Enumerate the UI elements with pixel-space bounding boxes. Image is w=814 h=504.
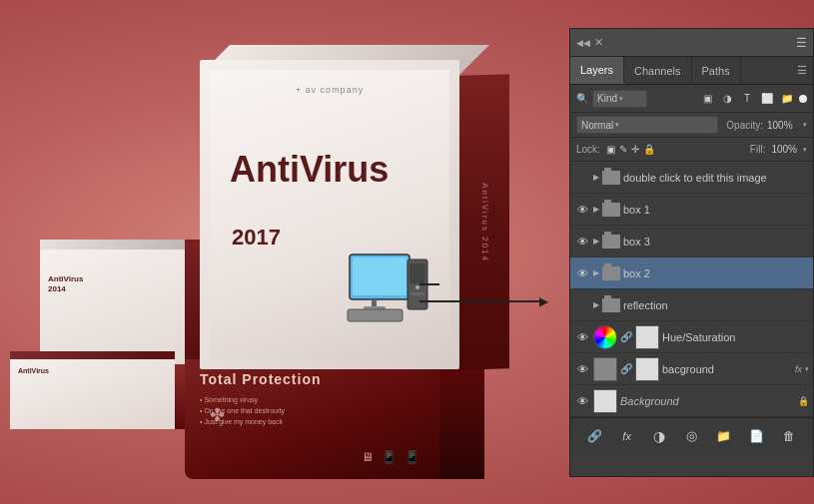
visibility-toggle[interactable]: 👁 <box>574 202 590 218</box>
adjust-filter-btn[interactable]: ◑ <box>719 91 735 107</box>
svg-point-6 <box>415 285 419 289</box>
reflection-arrow: ▶ <box>419 294 548 308</box>
tab-layers[interactable]: Layers <box>570 57 624 84</box>
main-box: + av company AntiVirus 2017 <box>200 60 509 369</box>
box-front-face: + av company AntiVirus 2017 <box>200 60 459 369</box>
svg-rect-1 <box>353 257 407 295</box>
layer-name-background: Background <box>620 395 795 407</box>
total-protection-box: Total Protection • Something virusy • On… <box>185 359 484 479</box>
lock-all-btn[interactable]: 🔒 <box>643 144 655 155</box>
phone-icon: 📱 <box>405 450 419 464</box>
expand-icon[interactable]: ▶ <box>593 173 599 182</box>
layer-row[interactable]: 👁 🔗 Hue/Saturation <box>570 321 813 353</box>
layer-row[interactable]: 👁 ▶ box 3 <box>570 226 813 257</box>
hue-saturation-thumb <box>593 325 617 349</box>
visibility-toggle[interactable]: 👁 <box>574 393 590 409</box>
lock-pixels-btn[interactable]: ▣ <box>606 144 615 155</box>
layer-thumb <box>593 357 617 381</box>
arrow-head: ▶ <box>539 294 548 308</box>
chain-icon: 🔗 <box>620 331 632 342</box>
fx-label: fx <box>795 364 802 374</box>
lock-paint-btn[interactable]: ✎ <box>619 144 627 155</box>
panel-bottom-bar: 🔗 fx ◑ ◎ 📁 📄 🗑 <box>570 417 813 453</box>
fill-value[interactable]: 100% <box>771 144 797 155</box>
folder-icon <box>602 266 620 280</box>
shape-filter-btn[interactable]: ⬜ <box>759 91 775 107</box>
type-filter-btn[interactable]: T <box>739 91 755 107</box>
panel-tabs: Layers Channels Paths ☰ <box>570 57 813 85</box>
layer-row[interactable]: ▶ double click to edit this image <box>570 162 813 194</box>
layer-row[interactable]: ▶ reflection <box>570 289 813 321</box>
panel-close-button[interactable]: ✕ <box>594 36 603 49</box>
visibility-toggle[interactable]: 👁 <box>574 234 590 250</box>
lying-front: AntiVirus <box>10 359 175 429</box>
kind-toolbar: 🔍 Kind ▾ ▣ ◑ T ⬜ 📁 <box>570 85 813 113</box>
monitor-icon: 🖥 <box>362 450 374 464</box>
layer-row-selected[interactable]: 👁 ▶ box 2 <box>570 257 813 289</box>
visibility-toggle[interactable]: 👁 <box>574 329 590 345</box>
panel-menu-button[interactable]: ☰ <box>796 36 807 50</box>
panel-arrows: ◀◀ <box>576 38 590 48</box>
expand-icon[interactable]: ▶ <box>593 268 599 277</box>
color-indicator <box>799 95 807 103</box>
tab-paths[interactable]: Paths <box>692 57 741 84</box>
blend-row: Normal ▾ Opacity: 100% ▾ <box>570 113 813 138</box>
lying-text: AntiVirus <box>18 367 49 374</box>
kind-dropdown[interactable]: Kind ▾ <box>592 90 647 108</box>
smart-filter-btn[interactable]: 📁 <box>779 91 795 107</box>
layer-row[interactable]: 👁 ▶ box 1 <box>570 194 813 226</box>
panel-tab-menu[interactable]: ☰ <box>791 57 813 84</box>
svg-rect-8 <box>348 309 403 321</box>
lock-move-btn[interactable]: ✛ <box>631 144 639 155</box>
lock-label: Lock: <box>576 144 600 155</box>
link-layers-button[interactable]: 🔗 <box>583 425 605 447</box>
new-group-button[interactable]: 📁 <box>713 425 735 447</box>
opacity-label: Opacity: <box>726 120 763 131</box>
new-layer-button[interactable]: 📄 <box>745 425 767 447</box>
tablet-icon: 📱 <box>382 450 397 464</box>
add-layer-style-button[interactable]: fx <box>616 425 638 447</box>
box-front-inner: + av company AntiVirus 2017 <box>210 70 449 359</box>
fill-label: Fill: <box>750 144 766 155</box>
folder-icon <box>602 298 620 312</box>
lock-icons: ▣ ✎ ✛ 🔒 <box>606 144 655 155</box>
visibility-toggle[interactable]: 👁 <box>574 361 590 377</box>
add-mask-button[interactable]: ◑ <box>648 425 670 447</box>
blend-mode-dropdown[interactable]: Normal ▾ <box>576 116 718 134</box>
opacity-arrow[interactable]: ▾ <box>803 121 807 129</box>
adjustment-button[interactable]: ◎ <box>680 425 702 447</box>
fx-arrow[interactable]: ▾ <box>805 365 809 373</box>
total-box-fleur: ✤ <box>210 404 225 426</box>
layer-name: reflection <box>623 299 809 311</box>
lock-icon: 🔒 <box>798 396 809 406</box>
folder-icon <box>602 171 620 185</box>
total-protection-title: Total Protection <box>200 371 322 387</box>
expand-icon[interactable]: ▶ <box>593 205 599 214</box>
layer-name: double click to edit this image <box>623 172 809 184</box>
visibility-toggle[interactable]: 👁 <box>574 265 590 281</box>
layer-row[interactable]: 👁 🔗 bacground fx ▾ <box>570 353 813 385</box>
box-title: AntiVirus <box>230 150 389 190</box>
expand-icon[interactable]: ▶ <box>593 300 599 309</box>
total-box-front: Total Protection • Something virusy • On… <box>185 359 439 479</box>
folder-icon <box>602 235 620 249</box>
delete-layer-button[interactable]: 🗑 <box>778 425 800 447</box>
pixel-filter-btn[interactable]: ▣ <box>699 91 715 107</box>
fill-arrow[interactable]: ▾ <box>803 146 807 154</box>
search-icon: 🔍 <box>576 93 588 104</box>
computer-icon <box>340 250 439 329</box>
box-year: 2017 <box>232 225 281 251</box>
folder-icon <box>602 203 620 217</box>
layer-name: Hue/Saturation <box>662 331 809 343</box>
tab-channels[interactable]: Channels <box>624 57 691 84</box>
layer-mask-thumb <box>635 357 659 381</box>
panel-collapse-left[interactable]: ◀◀ <box>576 38 590 48</box>
chain-icon: 🔗 <box>620 363 632 374</box>
panel-header: ◀◀ ✕ ☰ <box>570 29 813 57</box>
layer-row[interactable]: 👁 Background 🔒 <box>570 385 813 417</box>
layer-name: bacground <box>662 363 792 375</box>
opacity-value[interactable]: 100% <box>767 120 799 131</box>
layer-name: box 3 <box>623 236 809 248</box>
expand-icon[interactable]: ▶ <box>593 237 599 246</box>
artwork-area: AntiVirus2014 ✤ AntiVirus Total Protecti… <box>0 0 554 504</box>
